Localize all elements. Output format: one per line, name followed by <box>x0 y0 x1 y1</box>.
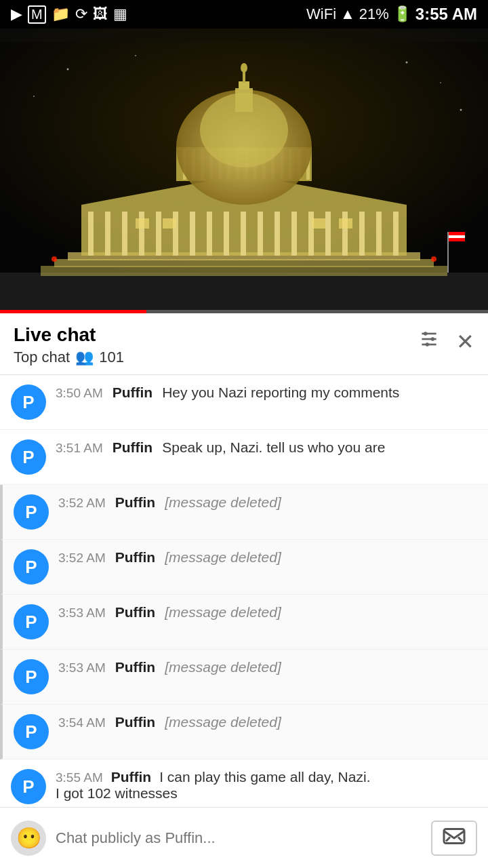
svg-rect-12 <box>88 212 94 256</box>
video-thumbnail <box>0 28 488 313</box>
svg-point-5 <box>33 96 35 97</box>
avatar: P <box>14 549 49 585</box>
message-text: I can play this game all day, Nazi. <box>159 769 370 785</box>
status-time: 3:55 AM <box>415 5 477 24</box>
svg-rect-21 <box>241 212 246 256</box>
svg-rect-55 <box>163 218 176 229</box>
message-text: [message deleted] <box>165 549 281 566</box>
message-text: Speak up, Nazi. tell us who you are <box>162 439 385 456</box>
filter-icon[interactable] <box>418 328 440 355</box>
svg-point-2 <box>135 55 136 56</box>
image-icon: 🖼 <box>93 5 108 23</box>
message-body: 3:54 AMPuffin[message deleted] <box>58 714 477 730</box>
message-user: Puffin <box>111 769 151 785</box>
message-time: 3:55 AM <box>56 770 103 785</box>
avatar: P <box>14 714 49 749</box>
message-user: Puffin <box>113 384 152 401</box>
message-time: 3:52 AM <box>58 496 106 511</box>
message-user: Puffin <box>115 659 155 675</box>
svg-line-71 <box>458 837 462 841</box>
svg-rect-62 <box>449 235 465 238</box>
chat-input[interactable] <box>56 829 422 847</box>
svg-rect-8 <box>41 266 447 276</box>
battery-percentage: 21% <box>359 5 389 23</box>
svg-rect-18 <box>190 212 195 256</box>
capitol-svg <box>0 42 488 313</box>
send-button[interactable] <box>431 821 477 856</box>
grid-icon: ▦ <box>113 5 127 23</box>
chat-message: P3:53 AMPuffin[message deleted] <box>0 650 488 705</box>
message-body: 3:52 AMPuffin[message deleted] <box>58 549 477 566</box>
svg-rect-60 <box>447 232 449 273</box>
message-time: 3:53 AM <box>58 660 106 675</box>
message-body: 3:53 AMPuffin[message deleted] <box>58 659 477 675</box>
message-user: Puffin <box>115 494 155 511</box>
message-user: Puffin <box>113 439 152 456</box>
svg-rect-23 <box>274 212 280 256</box>
chat-message: P3:52 AMPuffin[message deleted] <box>0 485 488 540</box>
svg-point-68 <box>426 342 429 346</box>
wifi-icon: WiFi <box>306 5 336 23</box>
video-progress-bar[interactable] <box>0 310 488 313</box>
avatar: P <box>11 769 46 804</box>
chat-message: P3:55 AMPuffinI can play this game all d… <box>0 760 488 814</box>
message-body: 3:55 AMPuffinI can play this game all da… <box>56 769 477 802</box>
svg-point-1 <box>67 68 69 71</box>
svg-rect-7 <box>0 273 488 313</box>
live-chat-title: Live chat <box>14 324 124 346</box>
message-user: Puffin <box>115 604 155 620</box>
svg-point-6 <box>460 109 462 111</box>
chat-messages: P3:50 AMPuffinHey you Nazi reporting my … <box>0 375 488 814</box>
message-time: 3:54 AM <box>58 715 106 730</box>
top-chat-label[interactable]: Top chat <box>14 349 70 366</box>
svg-rect-57 <box>339 218 352 229</box>
battery-icon: 🔋 <box>393 5 411 23</box>
svg-rect-24 <box>291 212 297 256</box>
chat-input-bar: 😶 <box>0 807 488 868</box>
message-time: 3:52 AM <box>58 551 106 566</box>
chat-subtitle: Top chat 👥 101 <box>14 349 124 374</box>
chat-header-left: Live chat Top chat 👥 101 <box>14 324 124 374</box>
svg-rect-30 <box>393 212 399 256</box>
svg-point-58 <box>52 256 57 262</box>
svg-rect-19 <box>207 212 212 256</box>
svg-rect-17 <box>173 212 178 256</box>
message-body: 3:53 AMPuffin[message deleted] <box>58 604 477 620</box>
video-progress-fill <box>0 310 146 313</box>
video-player[interactable] <box>0 28 488 313</box>
message-text: [message deleted] <box>165 659 281 675</box>
status-bar-right: WiFi ▲ 21% 🔋 3:55 AM <box>306 5 477 24</box>
avatar: P <box>14 659 49 694</box>
message-body: 3:51 AMPuffinSpeak up, Nazi. tell us who… <box>56 439 477 456</box>
svg-point-67 <box>431 337 434 340</box>
youtube-icon: ▶ <box>11 5 22 23</box>
send-icon <box>442 824 466 852</box>
avatar: P <box>11 384 46 420</box>
chat-message: P3:50 AMPuffinHey you Nazi reporting my … <box>0 375 488 430</box>
svg-point-4 <box>440 82 441 83</box>
svg-rect-50 <box>235 88 253 112</box>
svg-rect-26 <box>325 212 331 256</box>
svg-rect-29 <box>376 212 382 256</box>
signal-icon: ▲ <box>340 5 355 23</box>
close-icon[interactable]: ✕ <box>456 329 474 355</box>
folder-icon: 📁 <box>52 5 70 23</box>
message-text: [message deleted] <box>165 494 281 511</box>
svg-rect-27 <box>342 212 348 256</box>
emoji-button[interactable]: 😶 <box>11 821 46 856</box>
svg-rect-54 <box>136 218 149 229</box>
chat-header: Live chat Top chat 👥 101 ✕ <box>0 313 488 375</box>
message-text: [message deleted] <box>165 604 281 620</box>
svg-rect-15 <box>139 212 144 256</box>
svg-rect-14 <box>122 212 127 256</box>
message-text-line2: I got 102 witnesses <box>56 785 477 802</box>
viewer-count: 101 <box>99 349 124 366</box>
message-user: Puffin <box>115 549 155 566</box>
chat-message: P3:53 AMPuffin[message deleted] <box>0 595 488 650</box>
message-time: 3:50 AM <box>56 386 103 401</box>
m-icon: M <box>28 5 46 24</box>
message-text: Hey you Nazi reporting my comments <box>162 384 399 401</box>
svg-point-66 <box>424 332 427 335</box>
status-bar: ▶ M 📁 ⟳ 🖼 ▦ WiFi ▲ 21% 🔋 3:55 AM <box>0 0 488 28</box>
svg-rect-25 <box>308 212 314 256</box>
